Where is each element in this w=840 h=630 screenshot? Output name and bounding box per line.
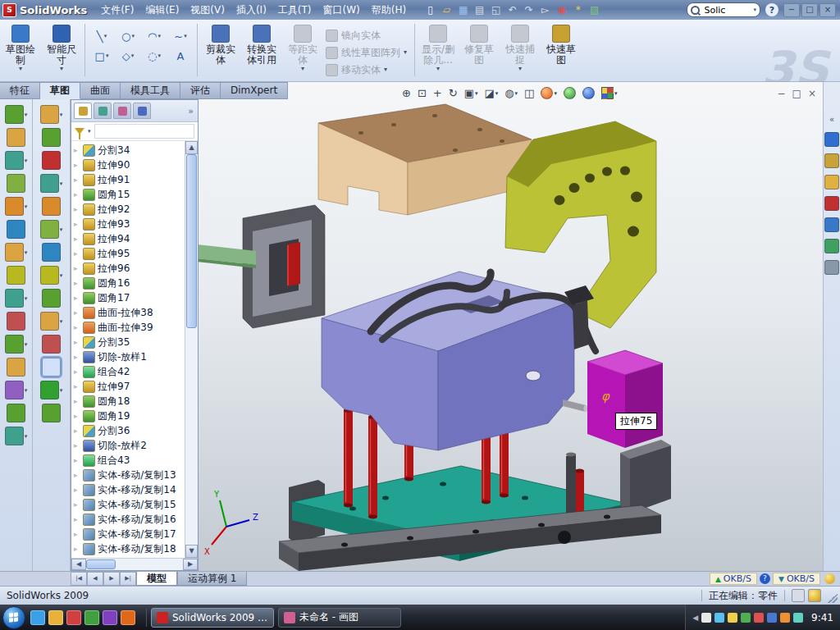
menu-item[interactable]: 文件(F) [95,2,139,19]
first-tab-icon[interactable]: |◀ [71,572,87,586]
doc-close-button[interactable]: × [808,89,816,98]
feature-tree-item[interactable]: ▸ 分割35 [71,335,185,349]
expand-arrow-icon[interactable]: ▸ [74,176,80,184]
pan-icon[interactable]: + ▾ [431,87,444,100]
expand-pane-icon[interactable]: « [829,115,834,124]
dropdown-arrow-icon[interactable]: ▾ [25,341,28,348]
expand-arrow-icon[interactable]: ▸ [74,412,80,420]
quicklaunch-icon[interactable] [30,610,45,625]
menu-item[interactable]: 编辑(E) [139,2,185,19]
scene-icon[interactable] [824,239,839,253]
feature-tree-item[interactable]: ▸ 分割34 [71,143,185,158]
menu-item[interactable]: 工具(T) [272,2,317,19]
quicklaunch-icon[interactable] [103,610,117,625]
save-icon[interactable]: ▦ [456,3,470,17]
dropdown-arrow-icon[interactable]: ▾ [25,112,28,118]
close-button[interactable]: × [819,3,836,17]
feature-tree-item[interactable]: ▸ 分割36 [71,423,185,438]
expand-arrow-icon[interactable]: ▸ [74,220,80,228]
scene-icon[interactable]: ▾ [562,86,578,100]
spline-icon[interactable]: ~ ▾ [168,27,193,45]
sketch-tool-icon[interactable] [42,197,61,216]
feature-tree-item[interactable]: ▸ 实体-移动/复制13 [71,468,185,482]
model-tab[interactable]: 运动算例 1 [177,572,247,586]
overflow-chevron-icon[interactable]: » [188,106,195,116]
spline-tool-icon[interactable] [40,381,59,399]
start-button[interactable] [2,606,25,629]
dropdown-arrow-icon[interactable]: ▾ [25,203,28,210]
expand-arrow-icon[interactable]: ▸ [74,161,80,169]
print-icon[interactable]: ▤ [472,3,486,17]
ribbon-button[interactable]: 等距实体 ▾ [282,22,323,76]
dropdown-arrow-icon[interactable]: ▾ [60,318,63,325]
file-explorer-icon[interactable] [824,175,839,189]
sketch-tool-icon[interactable] [40,220,59,239]
feature-tree-item[interactable]: ▸ 圆角17 [71,290,185,305]
scroll-right-icon[interactable]: ▶ [183,559,198,570]
edit-color-icon[interactable]: ▨ [587,3,601,17]
expand-arrow-icon[interactable]: ▸ [74,279,80,287]
ribbon-button[interactable]: 智能尺寸 ▾ [41,22,82,76]
dimxpertmanager-tab[interactable] [133,103,151,119]
display-style-icon[interactable]: ◪ ▾ [482,87,500,100]
feature-tool-icon[interactable] [7,174,25,193]
expand-arrow-icon[interactable]: ▸ [74,441,80,450]
configurationmanager-tab[interactable] [113,103,131,119]
tray-icon[interactable] [793,613,803,623]
feature-tool-icon[interactable] [5,427,24,445]
feature-tool-icon[interactable] [5,197,24,216]
show-hidden-icons[interactable]: ◀ [692,614,698,622]
options-icon[interactable]: * [571,3,585,17]
network-info-icon[interactable]: ? [760,573,770,584]
feature-tree-item[interactable]: ▸ 实体-移动/复制17 [71,527,185,541]
tray-icon[interactable] [714,613,724,623]
sketch-tool-icon[interactable] [40,266,59,285]
scroll-down-icon[interactable]: ▼ [185,545,198,558]
expand-arrow-icon[interactable]: ▸ [74,456,80,464]
rectangle-icon[interactable]: □ ▾ [89,47,114,65]
appearance-icon[interactable]: ▾ [539,86,559,100]
feature-tree-item[interactable]: ▸ 切除-放样1 [71,349,185,364]
propertymanager-tab[interactable] [94,103,112,119]
menu-item[interactable]: 帮助(H) [366,2,412,19]
tray-icon[interactable] [728,613,737,623]
expand-arrow-icon[interactable]: ▸ [74,235,80,243]
ribbon-row-button[interactable]: 镜向实体 ▾ [323,27,412,43]
dropdown-arrow-icon[interactable]: ▾ [60,180,63,187]
connection-status-icon[interactable] [824,573,835,584]
dropdown-arrow-icon[interactable]: ▾ [19,66,22,72]
feature-tool-icon[interactable] [5,289,24,308]
lighting-icon[interactable]: ▾ [581,86,596,100]
expand-arrow-icon[interactable]: ▸ [74,397,80,405]
doc-restore-button[interactable]: □ [792,89,801,98]
ribbon-button[interactable]: 快速捕捉 ▾ [500,22,541,76]
feature-tree-item[interactable]: ▸ 切除-放样2 [71,438,185,453]
feature-tree-item[interactable]: ▸ 实体-移动/复制18 [71,541,185,556]
dropdown-arrow-icon[interactable]: ▾ [184,33,187,39]
feature-tree-item[interactable]: ▸ 实体-移动/复制15 [71,497,185,512]
expand-arrow-icon[interactable]: ▸ [74,382,80,390]
text-icon[interactable]: A ▾ [168,47,193,65]
open-folder-icon[interactable]: ▱ [440,3,454,17]
expand-arrow-icon[interactable]: ▸ [74,294,80,302]
custom-properties-icon[interactable] [824,260,839,275]
feature-tree-item[interactable]: ▸ 圆角19 [71,409,185,423]
tray-icon[interactable] [767,613,777,623]
filter-funnel-icon[interactable] [75,128,84,135]
filter-dropdown-icon[interactable]: ▾ [88,128,91,135]
dropdown-arrow-icon[interactable]: ▾ [25,433,28,440]
feature-tool-icon[interactable] [7,404,25,422]
dropdown-arrow-icon[interactable]: ▾ [404,49,407,56]
expand-arrow-icon[interactable]: ▸ [74,545,80,553]
quicklaunch-icon[interactable] [121,610,135,625]
feature-tree-item[interactable]: ▸ 拉伸95 [71,246,185,261]
dropdown-arrow-icon[interactable]: ▾ [301,66,304,72]
dropdown-arrow-icon[interactable]: ▾ [475,90,478,97]
help-button[interactable]: ? [765,3,778,16]
tree-horizontal-scrollbar[interactable]: ◀ ▶ [71,558,198,570]
view-orientation-icon[interactable]: ▣ ▾ [463,87,480,100]
feature-tree-item[interactable]: ▸ 圆角16 [71,276,185,290]
feature-tree-item[interactable]: ▸ 拉伸97 [71,379,185,394]
feature-tree-item[interactable]: ▸ 拉伸93 [71,217,185,231]
expand-arrow-icon[interactable]: ▸ [74,515,80,523]
